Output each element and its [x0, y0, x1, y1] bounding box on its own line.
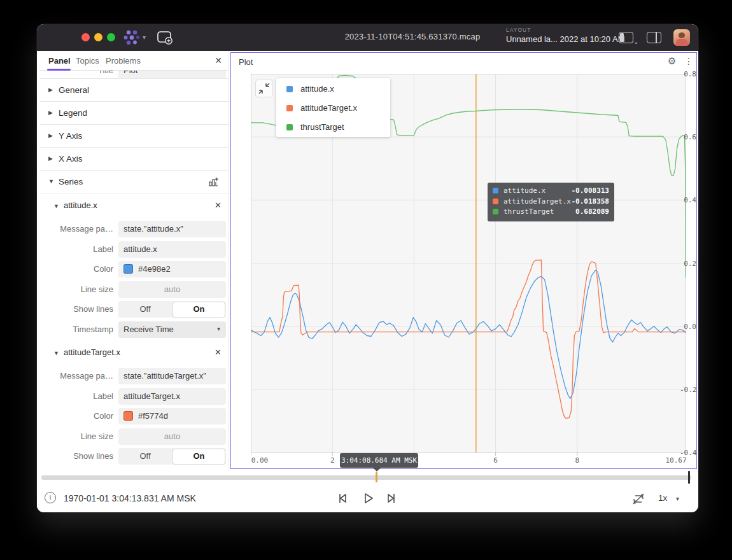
x-tick-label: 0.00 [251, 456, 269, 465]
show-lines-on[interactable]: On [173, 302, 225, 317]
series-color-swatch [493, 209, 498, 214]
x-tick-label: 6 [493, 456, 498, 465]
series-color-swatch [493, 199, 498, 204]
tab-problems[interactable]: Problems [106, 56, 141, 66]
add-panel-icon[interactable] [157, 31, 173, 45]
y-tick-label: 0.6 [680, 133, 696, 141]
series-header-attitude-x[interactable]: ▼ attitude.x ✕ [39, 195, 229, 216]
field-label: Label attitudeTarget.x [39, 386, 229, 407]
chevron-down-icon: ▼ [53, 203, 59, 209]
layout-menu[interactable]: LAYOUT Unnamed la... 2022 at 10:20 AM ⌄ [506, 27, 624, 44]
color-input[interactable]: #4e98e2 [118, 261, 226, 277]
scrubber-end-marker [688, 471, 690, 484]
plot-legend: attitude.x attitudeTarget.x thrustTarget [276, 78, 390, 137]
x-tick-label: 8 [575, 456, 580, 465]
chart-hover-tooltip: attitude.x -0.008313 attitudeTarget.x -0… [488, 183, 614, 221]
close-window-button[interactable] [81, 33, 90, 41]
collapse-legend-button[interactable] [255, 80, 273, 97]
panel-title: Plot [239, 57, 253, 67]
app-menu-chevron-icon[interactable]: ▾ [143, 34, 146, 41]
minimize-window-button[interactable] [94, 33, 102, 41]
tab-panel[interactable]: Panel [48, 56, 71, 66]
play-icon[interactable] [360, 491, 376, 506]
message-path-input[interactable]: state."attitudeTarget.x" [118, 368, 226, 384]
tooltip-row: attitude.x -0.008313 [493, 186, 609, 197]
tooltip-row: thrustTarget 0.682089 [493, 207, 609, 218]
title-field-label: Title [98, 71, 113, 75]
section-legend[interactable]: ▶ Legend [39, 102, 229, 125]
scrubber-playhead-marker[interactable] [376, 472, 377, 482]
show-lines-on[interactable]: On [173, 449, 225, 464]
field-line-size: Line size auto [39, 279, 229, 300]
app-window: ▾ 2023-11-10T04:51:45.631370.mcap LAYOUT… [37, 24, 698, 512]
layout-chevron-icon: ⌄ [633, 38, 638, 45]
chevron-right-icon: ▶ [48, 155, 53, 162]
info-icon[interactable]: i [45, 492, 56, 503]
settings-sidebar: Panel Topics Problems ✕ Title Plot ▶ Gen… [39, 51, 229, 469]
current-timestamp: 1970-01-01 3:04:13.831 AM MSK [64, 493, 196, 503]
add-series-icon[interactable] [208, 176, 220, 188]
foxglove-logo-icon[interactable] [123, 29, 141, 46]
y-tick-label: 0.2 [680, 260, 696, 268]
y-tick-label: -0.2 [680, 386, 696, 394]
field-timestamp: Timestamp Receive Time [39, 319, 229, 340]
zoom-window-button[interactable] [107, 33, 115, 41]
legend-item-attitude-target-x[interactable]: attitudeTarget.x [276, 99, 390, 118]
line-size-input[interactable]: auto [118, 281, 226, 298]
color-swatch[interactable] [123, 411, 133, 421]
field-label: Label attitude.x [39, 239, 229, 260]
color-swatch[interactable] [123, 264, 133, 274]
chevron-right-icon: ▶ [48, 87, 53, 93]
section-x-axis[interactable]: ▶ X Axis [39, 148, 229, 171]
sidebar-tabbar: Panel Topics Problems ✕ [39, 51, 229, 71]
legend-item-thrust-target[interactable]: thrustTarget [276, 118, 390, 137]
tab-topics[interactable]: Topics [76, 56, 99, 66]
remove-series-icon[interactable]: ✕ [215, 200, 222, 210]
speed-chevron-icon[interactable]: ▾ [676, 495, 679, 502]
section-series[interactable]: ▼ Series [39, 171, 229, 193]
show-lines-off[interactable]: Off [118, 301, 172, 318]
layout-eyebrow: LAYOUT [506, 27, 624, 33]
legend-item-attitude-x[interactable]: attitude.x [276, 80, 390, 99]
line-size-input[interactable]: auto [118, 428, 226, 445]
x-tick-label: 10.67 [665, 456, 686, 465]
field-message-path: Message pa… state."attitude.x" [39, 219, 229, 239]
label-input[interactable]: attitude.x [118, 241, 226, 258]
label-input[interactable]: attitudeTarget.x [118, 388, 226, 405]
series-color-swatch [286, 124, 293, 130]
timestamp-select[interactable]: Receive Time [118, 321, 226, 338]
tooltip-row: attitudeTarget.x -0.018358 [493, 197, 609, 207]
user-avatar[interactable] [673, 29, 690, 46]
message-path-input[interactable]: state."attitude.x" [118, 221, 226, 237]
title-field-input[interactable]: Plot [118, 71, 226, 79]
section-general[interactable]: ▶ General [39, 79, 229, 102]
toggle-right-sidebar-button[interactable] [647, 32, 661, 43]
playback-speed[interactable]: 1x [658, 493, 667, 503]
panel-settings-gear-icon[interactable]: ⚙ [668, 55, 676, 67]
plot-panel: Plot ⚙ ⋮ 0.80.60.40.20.0-0.2-0.4 0.00246… [230, 52, 697, 469]
field-show-lines: Show lines Off On [39, 299, 229, 319]
remove-series-icon[interactable]: ✕ [215, 347, 222, 357]
panel-menu-kebab-icon[interactable]: ⋮ [684, 56, 693, 66]
close-sidebar-icon[interactable]: ✕ [215, 55, 222, 66]
section-y-axis[interactable]: ▶ Y Axis [39, 125, 229, 148]
title-field-row-clipped: Title Plot [39, 71, 229, 79]
field-message-path: Message pa… state."attitudeTarget.x" [39, 366, 229, 386]
loop-off-icon[interactable] [631, 492, 645, 506]
data-source-title: 2023-11-10T04:51:45.631370.mcap [304, 32, 521, 41]
show-lines-off[interactable]: Off [118, 448, 172, 465]
playback-scrubber[interactable] [41, 475, 691, 480]
chevron-down-icon: ▼ [53, 350, 59, 356]
seek-forward-icon[interactable] [384, 491, 399, 506]
toggle-left-sidebar-button[interactable] [619, 32, 633, 43]
field-line-size: Line size auto [39, 426, 229, 447]
y-tick-label: 0.4 [680, 196, 696, 204]
show-lines-toggle: Off On [118, 448, 226, 465]
field-color: Color #4e98e2 [39, 259, 229, 279]
chevron-down-icon: ▼ [48, 178, 54, 185]
series-header-attitude-target-x[interactable]: ▼ attitudeTarget.x ✕ [39, 342, 229, 363]
color-input[interactable]: #f5774d [118, 408, 226, 424]
seek-backward-icon[interactable] [335, 491, 350, 506]
series-color-swatch [493, 188, 498, 193]
chevron-right-icon: ▶ [48, 132, 53, 139]
